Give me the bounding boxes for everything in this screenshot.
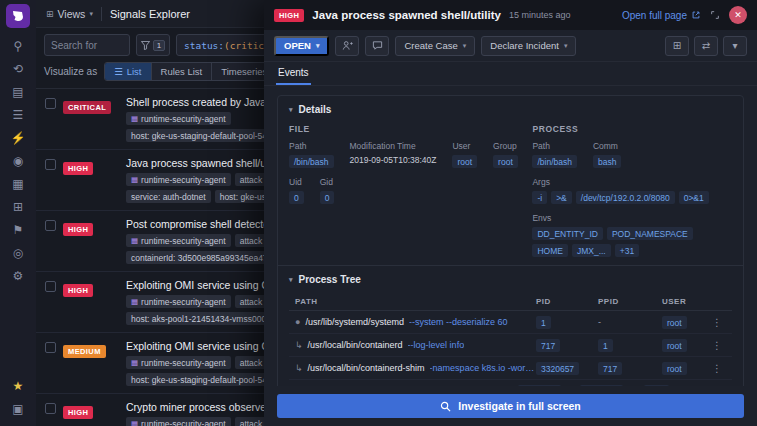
grid-view-button[interactable]: ⊞ xyxy=(665,36,689,56)
settings-icon[interactable]: ⚙ xyxy=(5,264,31,287)
ppid-value[interactable]: 1 xyxy=(598,339,613,352)
more-options-button[interactable]: ▾ xyxy=(723,36,747,56)
security-icon[interactable]: ⚑ xyxy=(5,218,31,241)
tag-pill[interactable]: attack xyxy=(235,417,268,426)
detail-field-label: Group xyxy=(493,141,518,151)
tag-pill[interactable]: ▦runtime-security-agent xyxy=(126,173,231,186)
row-checkbox[interactable] xyxy=(45,159,56,170)
user-value[interactable]: root xyxy=(662,362,687,375)
arg-pill[interactable]: 0>&1 xyxy=(679,191,709,204)
tab-events[interactable]: Events xyxy=(276,67,311,85)
column-header-pid: PID xyxy=(536,297,598,306)
visualize-segmented-control: ☰ListRules ListTimeseries xyxy=(104,62,277,81)
meta-tag-pill[interactable]: containerId: 3d500e985a99345ea47b15 xyxy=(126,251,287,264)
envs-more-pill[interactable]: +31 xyxy=(615,244,639,257)
ppid-value: - xyxy=(598,317,601,327)
tag-pill[interactable]: ▦runtime-security-agent xyxy=(126,112,231,125)
pid-value[interactable]: 717 xyxy=(536,339,560,352)
tag-pill[interactable]: ▦runtime-security-agent xyxy=(126,417,231,426)
user-value[interactable]: root xyxy=(662,316,687,329)
detail-field-value[interactable]: 0 xyxy=(289,191,304,204)
ci-icon[interactable]: ◎ xyxy=(5,241,31,264)
env-pill[interactable]: DD_ENTITY_ID xyxy=(532,227,602,240)
severity-badge: MEDIUM xyxy=(63,345,106,358)
tag-pill[interactable]: attack xyxy=(235,295,268,308)
history-icon[interactable]: ⟲ xyxy=(5,57,31,80)
create-case-button[interactable]: Create Case ▾ xyxy=(395,36,475,56)
env-pill[interactable]: POD_NAMESPACE xyxy=(607,227,693,240)
search-input[interactable] xyxy=(44,34,130,56)
env-pill[interactable]: JMX_... xyxy=(572,244,611,257)
kebab-menu-icon[interactable]: ⋮ xyxy=(712,363,722,374)
filter-button[interactable]: 1 xyxy=(136,34,170,56)
detail-field-value[interactable]: bash xyxy=(593,155,621,168)
detail-field-value[interactable]: root xyxy=(452,155,477,168)
detail-field: Path/bin/bash xyxy=(532,141,577,168)
declare-incident-button[interactable]: Declare Incident ▾ xyxy=(481,36,576,56)
tag-pill[interactable]: ▦runtime-security-agent xyxy=(126,234,231,247)
open-full-page-link[interactable]: Open full page xyxy=(622,10,701,21)
arg-pill[interactable]: >& xyxy=(551,191,572,204)
row-actions-cell: ⋮ xyxy=(708,363,726,374)
ppid-value[interactable]: 717 xyxy=(598,362,622,375)
tag-pill[interactable]: attack xyxy=(235,356,268,369)
logs-icon[interactable]: ☰ xyxy=(5,103,31,126)
row-checkbox[interactable] xyxy=(45,403,56,414)
pid-value[interactable]: 1 xyxy=(536,316,551,329)
help-icon[interactable]: ▣ xyxy=(5,397,31,420)
tag-pill[interactable]: attack xyxy=(235,234,268,247)
visualize-option-list[interactable]: ☰List xyxy=(105,63,151,80)
process-tree-section-header[interactable]: ▾ Process Tree xyxy=(289,274,732,285)
detail-field-value[interactable]: /bin/bash xyxy=(532,155,577,168)
transfer-button[interactable]: ⇄ xyxy=(694,36,718,56)
page-title: Signals Explorer xyxy=(110,8,190,20)
detail-field-value[interactable]: 0 xyxy=(320,191,335,204)
severity-badge: HIGH xyxy=(63,223,93,236)
detail-field-value[interactable]: /bin/bash xyxy=(289,155,334,168)
meta-tag-pill[interactable]: host: gke-us-staging-default-pool-5493 xyxy=(126,129,282,142)
column-header-ppid: PPID xyxy=(598,297,662,306)
bits-ai-icon[interactable]: ★ xyxy=(5,374,31,397)
arg-pill[interactable]: -i xyxy=(532,191,547,204)
close-panel-button[interactable]: ✕ xyxy=(729,6,747,24)
comment-button[interactable] xyxy=(365,36,389,56)
row-checkbox[interactable] xyxy=(45,220,56,231)
meta-tag-pill[interactable]: service: auth-dotnet xyxy=(126,190,211,203)
assign-user-button[interactable] xyxy=(335,36,359,56)
detail-field-label: Uid xyxy=(289,177,304,187)
views-menu-button[interactable]: ⊞ Views ▾ xyxy=(46,8,93,20)
investigate-full-screen-button[interactable]: Investigate in full screen xyxy=(277,394,744,418)
tag-pill[interactable]: attack xyxy=(235,173,268,186)
row-checkbox[interactable] xyxy=(45,342,56,353)
topbar-divider xyxy=(101,7,102,21)
user-value[interactable]: root xyxy=(662,339,687,352)
integrations-icon[interactable]: ⊞ xyxy=(5,195,31,218)
dashboards-icon[interactable]: ▤ xyxy=(5,80,31,103)
expand-panel-icon[interactable] xyxy=(710,10,720,20)
process-tree-row[interactable]: ●/usr/lib/systemd/systemd--system --dese… xyxy=(289,311,732,334)
arg-pill[interactable]: /dev/tcp/192.0.2.0/8080 xyxy=(576,191,675,204)
pid-value[interactable]: 3320657 xyxy=(536,362,579,375)
tag-pill[interactable]: ▦runtime-security-agent xyxy=(126,356,231,369)
infrastructure-icon[interactable]: ▦ xyxy=(5,172,31,195)
detail-field-value[interactable]: root xyxy=(493,155,518,168)
search-icon[interactable]: ⚲ xyxy=(5,34,31,57)
monitors-icon[interactable]: ◉ xyxy=(5,149,31,172)
visualize-option-rules-list[interactable]: Rules List xyxy=(152,63,213,80)
datadog-logo[interactable] xyxy=(6,4,30,28)
details-section-header[interactable]: ▾ Details xyxy=(289,104,732,115)
process-tree-row[interactable]: ↳/usr/local/bin/containerd--log-level in… xyxy=(289,334,732,357)
meta-tag-pill[interactable]: host: aks-pool1-21451434-vmss000010 xyxy=(126,312,285,325)
status-dropdown-button[interactable]: OPEN ▾ xyxy=(274,36,329,56)
row-checkbox[interactable] xyxy=(45,98,56,109)
meta-tag-pill[interactable]: host: gke-us-staging-default-pool-5493 xyxy=(126,373,282,386)
row-checkbox[interactable] xyxy=(45,281,56,292)
panel-actions-row: OPEN ▾ Create Case ▾ Declare Incident xyxy=(264,30,757,62)
env-pill[interactable]: HOME xyxy=(532,244,568,257)
kebab-menu-icon[interactable]: ⋮ xyxy=(712,340,722,351)
process-tree-row[interactable]: ↳/usr/local/bin/containerd-shim-namespac… xyxy=(289,357,732,380)
tag-pill[interactable]: ▦runtime-security-agent xyxy=(126,295,231,308)
kebab-menu-icon[interactable]: ⋮ xyxy=(712,317,722,328)
investigate-label: Investigate in full screen xyxy=(458,400,581,412)
apm-icon[interactable]: ⚡ xyxy=(5,126,31,149)
